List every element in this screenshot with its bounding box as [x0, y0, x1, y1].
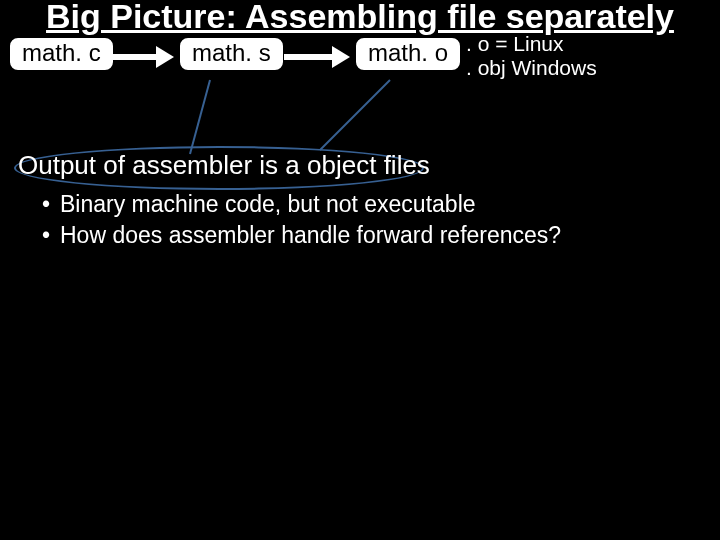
legend-block: . o = Linux . obj Windows [466, 32, 597, 80]
file-box-o: math. o [354, 36, 462, 72]
legend-line-2: . obj Windows [466, 56, 597, 80]
file-box-c-label: math. c [22, 39, 101, 66]
arrow-head-icon [332, 46, 350, 68]
file-box-c: math. c [8, 36, 115, 72]
file-pipeline-row: math. c math. s math. o [6, 36, 714, 80]
slide: Big Picture: Assembling file separately … [0, 0, 720, 540]
arrow-c-to-s [110, 48, 176, 68]
arrow-shaft [110, 54, 158, 60]
arrow-s-to-o [284, 48, 352, 68]
bullet-list: Binary machine code, but not executable … [18, 189, 702, 251]
arrow-head-icon [156, 46, 174, 68]
legend-line-1: . o = Linux [466, 32, 597, 56]
file-box-s: math. s [178, 36, 285, 72]
bullet-item: How does assembler handle forward refere… [42, 220, 702, 251]
arrow-shaft [284, 54, 334, 60]
body-text: Output of assembler is a object files Bi… [18, 150, 702, 251]
pointer-lines [180, 70, 440, 160]
bullet-item: Binary machine code, but not executable [42, 189, 702, 220]
slide-title: Big Picture: Assembling file separately [0, 0, 720, 35]
svg-line-1 [320, 80, 390, 150]
svg-line-0 [190, 80, 210, 154]
file-box-s-label: math. s [192, 39, 271, 66]
body-heading: Output of assembler is a object files [18, 150, 702, 181]
file-box-o-label: math. o [368, 39, 448, 66]
